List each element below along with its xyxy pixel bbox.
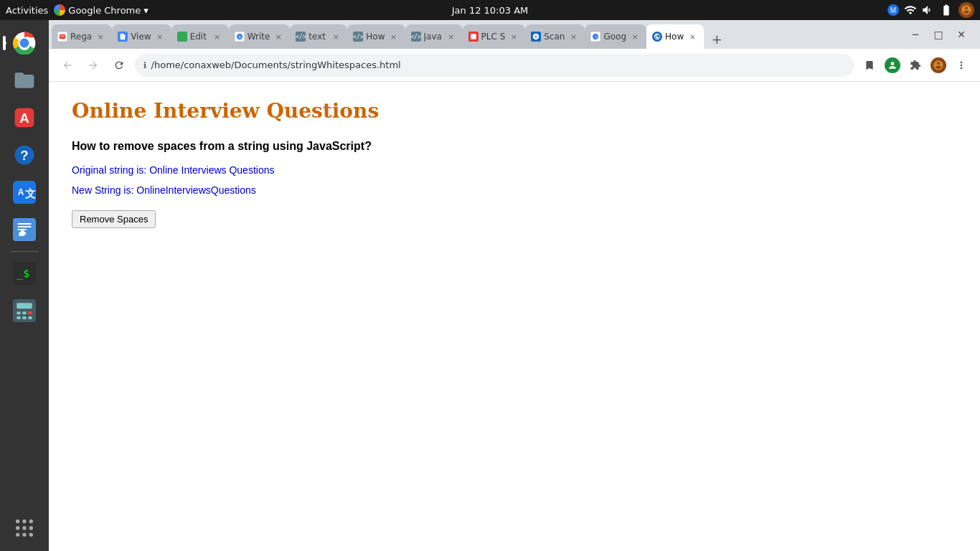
tab-favicon-java: </> xyxy=(411,32,421,42)
tab-close-how2[interactable]: × xyxy=(687,31,698,42)
tab-close-view[interactable]: × xyxy=(154,31,166,42)
reload-button[interactable] xyxy=(109,55,129,75)
tab-favicon-scan xyxy=(531,32,541,42)
svg-rect-22 xyxy=(28,316,32,319)
tab-close-rega[interactable]: × xyxy=(95,31,106,42)
svg-text:M: M xyxy=(890,6,896,14)
tab-java[interactable]: </> Java × xyxy=(405,24,463,49)
extensions-button[interactable] xyxy=(905,55,925,75)
bookmark-button[interactable] xyxy=(859,55,880,75)
svg-text:?: ? xyxy=(20,148,28,163)
svg-point-4 xyxy=(21,39,28,47)
address-bar: ℹ /home/conaxweb/Documents/stringWhitesp… xyxy=(49,49,980,82)
svg-point-29 xyxy=(16,533,19,537)
remove-spaces-button[interactable]: Remove Spaces xyxy=(72,210,156,228)
url-text: /home/conaxweb/Documents/stringWhitespac… xyxy=(151,60,845,70)
tab-close-write[interactable]: × xyxy=(273,31,284,42)
tab-close-how1[interactable]: × xyxy=(388,31,400,42)
tab-how2[interactable]: How × xyxy=(646,24,704,49)
svg-point-25 xyxy=(29,519,33,523)
svg-text:A: A xyxy=(18,187,24,197)
profile-button[interactable] xyxy=(928,55,948,75)
svg-rect-20 xyxy=(17,316,20,319)
help-icon: ? xyxy=(13,143,36,166)
tab-favicon-how1: </> xyxy=(353,32,363,42)
tab-goog[interactable]: Goog × xyxy=(585,24,646,49)
tab-plcs[interactable]: PLC S × xyxy=(463,24,526,49)
google-account-button[interactable] xyxy=(882,55,903,75)
tab-title-scan: Scan xyxy=(544,32,565,42)
new-tab-button[interactable]: + xyxy=(707,29,727,49)
maximize-button[interactable]: □ xyxy=(928,24,948,44)
system-topbar: Activities Google Chrome ▾ Jan 12 10:03 … xyxy=(0,0,980,20)
calculator-icon xyxy=(13,299,36,322)
files-icon xyxy=(13,69,36,92)
tab-scan[interactable]: Scan × xyxy=(525,24,585,49)
back-button[interactable] xyxy=(57,55,77,75)
taskbar-chrome[interactable]: Google Chrome ▾ xyxy=(54,4,149,16)
dock-item-chrome[interactable] xyxy=(7,26,42,60)
dock-item-editor[interactable] xyxy=(7,212,42,247)
svg-point-27 xyxy=(22,526,26,529)
tab-edit[interactable]: Edit × xyxy=(171,24,229,49)
battery-icon xyxy=(938,4,954,17)
minimize-button[interactable]: ─ xyxy=(905,24,925,44)
tab-close-scan[interactable]: × xyxy=(567,31,579,42)
svg-point-31 xyxy=(29,533,33,537)
tab-favicon-text: </> xyxy=(296,32,306,42)
page-title: Online Interview Questions xyxy=(72,99,957,123)
translate-icon: A 文 xyxy=(13,181,36,204)
tab-write[interactable]: G Write × xyxy=(229,24,291,49)
svg-point-26 xyxy=(16,526,19,529)
taskbar-chrome-label: Google Chrome xyxy=(68,5,141,16)
svg-rect-16 xyxy=(17,303,32,309)
wifi-icon xyxy=(904,4,917,17)
tab-close-plcs[interactable]: × xyxy=(508,31,519,42)
forward-button[interactable] xyxy=(83,55,103,75)
page-content: Online Interview Questions How to remove… xyxy=(49,82,980,551)
svg-point-30 xyxy=(22,533,26,537)
window-controls: ─ □ ✕ xyxy=(905,24,977,49)
activities-button[interactable]: Activities xyxy=(6,5,48,16)
tab-how1[interactable]: </> How × xyxy=(347,24,405,49)
tab-close-edit[interactable]: × xyxy=(212,31,223,42)
security-icon: ℹ xyxy=(143,60,147,70)
taskbar-chevron: ▾ xyxy=(143,5,149,16)
apps-grid-icon xyxy=(13,517,36,540)
url-bar[interactable]: ℹ /home/conaxweb/Documents/stringWhitesp… xyxy=(135,54,854,77)
dock-item-translate[interactable]: A 文 xyxy=(7,175,42,209)
dock-item-terminal[interactable]: _$ xyxy=(7,256,42,291)
tab-favicon-view xyxy=(118,32,128,42)
tab-close-goog[interactable]: × xyxy=(629,31,641,42)
datetime-display: Jan 12 10:03 AM xyxy=(452,5,529,16)
tab-title-goog: Goog xyxy=(603,32,626,42)
tab-rega[interactable]: Rega × xyxy=(52,24,112,49)
original-value: Online Interviews Questions xyxy=(149,164,274,176)
dock-item-apps[interactable] xyxy=(7,511,42,545)
tab-close-java[interactable]: × xyxy=(446,31,457,42)
dock-item-software[interactable]: A xyxy=(7,100,42,135)
menu-button[interactable] xyxy=(951,55,971,75)
close-button[interactable]: ✕ xyxy=(951,24,971,44)
new-value: OnlineInterviewsQuestions xyxy=(136,184,256,196)
dock-item-calculator[interactable] xyxy=(7,293,42,328)
meet-icon: M xyxy=(887,4,900,17)
svg-text:_$: _$ xyxy=(17,267,29,280)
tab-title-text: text xyxy=(308,32,327,42)
software-icon: A xyxy=(13,106,36,129)
tab-favicon-gmail xyxy=(57,32,67,42)
new-string-display: New String is: OnlineInterviewsQuestions xyxy=(72,184,957,196)
dock-item-files[interactable] xyxy=(7,63,42,98)
dock-item-help[interactable]: ? xyxy=(7,138,42,172)
tab-close-text[interactable]: × xyxy=(330,31,341,42)
tab-title-view: View xyxy=(131,32,151,42)
tab-title-rega: Rega xyxy=(70,32,92,42)
svg-text:G: G xyxy=(238,35,240,39)
tab-view[interactable]: View × xyxy=(112,24,171,49)
tab-favicon-edit xyxy=(177,32,187,42)
tab-title-how1: How xyxy=(366,32,385,42)
svg-text:A: A xyxy=(19,110,29,126)
svg-rect-19 xyxy=(28,311,32,314)
volume-icon xyxy=(921,4,934,17)
tab-text[interactable]: </> text × xyxy=(290,24,347,49)
